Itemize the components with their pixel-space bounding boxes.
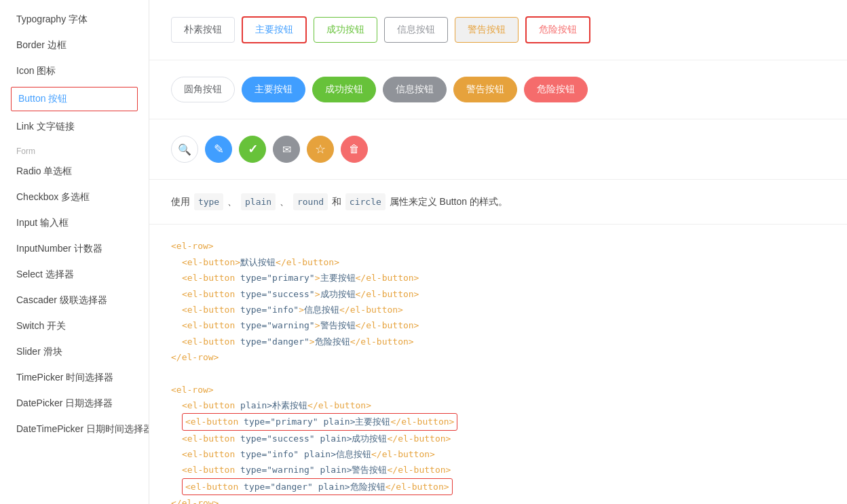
desc-sep1: 、 bbox=[227, 196, 237, 207]
btn-plain-primary[interactable]: 主要按钮 bbox=[242, 16, 307, 43]
button-row-3: 🔍 ✎ ✓ ✉ ☆ 🗑 bbox=[171, 136, 825, 163]
btn-round-default[interactable]: 圆角按钮 bbox=[171, 77, 235, 102]
code-b2-line-5: <el-button type="warning" plain>警告按钮</el… bbox=[171, 462, 825, 478]
demo-row-circle: 🔍 ✎ ✓ ✉ ☆ 🗑 bbox=[149, 119, 847, 180]
btn-plain-warning[interactable]: 警告按钮 bbox=[455, 17, 519, 43]
sidebar-item-select[interactable]: Select 选择器 bbox=[0, 262, 149, 288]
code-line-1: <el-button>默认按钮</el-button> bbox=[171, 254, 825, 270]
btn-circle-edit[interactable]: ✎ bbox=[205, 136, 232, 163]
description-section: 使用 type 、 plain 、 round 和 circle 属性来定义 B… bbox=[149, 180, 847, 225]
code-line-5: <el-button type="warning">警告按钮</el-butto… bbox=[171, 317, 825, 333]
badge-round: round bbox=[293, 193, 328, 210]
sidebar-item-input[interactable]: Input 输入框 bbox=[0, 210, 149, 236]
btn-round-success[interactable]: 成功按钮 bbox=[312, 77, 376, 102]
sidebar-item-cascader[interactable]: Cascader 级联选择器 bbox=[0, 288, 149, 313]
code-line-0: <el-row> bbox=[171, 238, 825, 254]
sidebar-item-radio[interactable]: Radio 单选框 bbox=[0, 159, 149, 185]
badge-type: type bbox=[194, 193, 223, 210]
sidebar-item-datepicker[interactable]: DatePicker 日期选择器 bbox=[0, 391, 149, 416]
btn-round-warning[interactable]: 警告按钮 bbox=[453, 77, 517, 102]
desc-text-after: 属性来定义 Button 的样式。 bbox=[390, 196, 508, 207]
form-section-label: Form bbox=[0, 140, 149, 159]
btn-circle-star[interactable]: ☆ bbox=[307, 136, 334, 163]
sidebar-item-timepicker[interactable]: TimePicker 时间选择器 bbox=[0, 365, 149, 391]
delete-icon: 🗑 bbox=[349, 143, 360, 155]
check-icon: ✓ bbox=[248, 142, 258, 157]
code-line-7: </el-row> bbox=[171, 349, 825, 365]
code-b2-line-6: <el-button type="danger" plain>危险按钮</el-… bbox=[171, 478, 825, 495]
sidebar: Typography 字体 Border 边框 Icon 图标 Button 按… bbox=[0, 0, 149, 504]
sidebar-item-icon[interactable]: Icon 图标 bbox=[0, 58, 149, 84]
sidebar-item-border[interactable]: Border 边框 bbox=[0, 33, 149, 58]
btn-circle-delete[interactable]: 🗑 bbox=[341, 136, 368, 163]
search-icon: 🔍 bbox=[178, 143, 191, 156]
btn-plain-default[interactable]: 朴素按钮 bbox=[171, 17, 235, 43]
sidebar-item-switch[interactable]: Switch 开关 bbox=[0, 313, 149, 339]
code-line-4: <el-button type="info">信息按钮</el-button> bbox=[171, 302, 825, 317]
code-line-2: <el-button type="primary">主要按钮</el-butto… bbox=[171, 270, 825, 286]
btn-plain-info[interactable]: 信息按钮 bbox=[384, 17, 448, 43]
btn-round-primary[interactable]: 主要按钮 bbox=[242, 77, 305, 102]
btn-round-danger[interactable]: 危险按钮 bbox=[524, 77, 588, 102]
demo-row-round: 圆角按钮 主要按钮 成功按钮 信息按钮 警告按钮 危险按钮 bbox=[149, 60, 847, 119]
code-block-2: <el-row> <el-button plain>朴素按钮</el-butto… bbox=[149, 379, 847, 504]
sidebar-item-typography[interactable]: Typography 字体 bbox=[0, 7, 149, 33]
sidebar-item-slider[interactable]: Slider 滑块 bbox=[0, 339, 149, 365]
code-b2-line-1: <el-button plain>朴素按钮</el-button> bbox=[171, 398, 825, 413]
code-block-1: <el-row> <el-button>默认按钮</el-button> <el… bbox=[149, 225, 847, 379]
sidebar-item-datetimepicker[interactable]: DateTimePicker 日期时间选择器 bbox=[0, 416, 149, 442]
button-row-1: 朴素按钮 主要按钮 成功按钮 信息按钮 警告按钮 危险按钮 bbox=[171, 16, 825, 43]
badge-circle: circle bbox=[345, 193, 385, 210]
code-line-6: <el-button type="danger">危险按钮</el-button… bbox=[171, 334, 825, 349]
sidebar-item-button[interactable]: Button 按钮 bbox=[11, 87, 138, 111]
btn-plain-success[interactable]: 成功按钮 bbox=[314, 17, 377, 43]
button-row-2: 圆角按钮 主要按钮 成功按钮 信息按钮 警告按钮 危险按钮 bbox=[171, 77, 825, 102]
sidebar-item-checkbox[interactable]: Checkbox 多选框 bbox=[0, 185, 149, 210]
btn-plain-danger[interactable]: 危险按钮 bbox=[525, 16, 590, 43]
code-b2-line-7: </el-row> bbox=[171, 495, 825, 504]
code-b2-line-0: <el-row> bbox=[171, 382, 825, 398]
code-b2-line-4: <el-button type="info" plain>信息按钮</el-bu… bbox=[171, 446, 825, 462]
edit-icon: ✎ bbox=[214, 142, 224, 157]
btn-circle-message[interactable]: ✉ bbox=[273, 136, 300, 163]
message-icon: ✉ bbox=[282, 143, 291, 156]
desc-text-middle: 和 bbox=[332, 196, 344, 207]
desc-text-before: 使用 bbox=[171, 196, 190, 207]
sidebar-item-inputnumber[interactable]: InputNumber 计数器 bbox=[0, 236, 149, 262]
desc-sep2: 、 bbox=[280, 196, 289, 207]
code-b2-line-2: <el-button type="primary" plain>主要按钮</el… bbox=[171, 413, 825, 430]
btn-round-info[interactable]: 信息按钮 bbox=[383, 77, 447, 102]
sidebar-item-link[interactable]: Link 文字链接 bbox=[0, 114, 149, 140]
star-icon: ☆ bbox=[315, 142, 326, 157]
main-content: 朴素按钮 主要按钮 成功按钮 信息按钮 警告按钮 危险按钮 圆角按钮 主要按钮 … bbox=[149, 0, 847, 504]
badge-plain: plain bbox=[241, 193, 276, 210]
code-line-3: <el-button type="success">成功按钮</el-butto… bbox=[171, 286, 825, 302]
demo-row-plain: 朴素按钮 主要按钮 成功按钮 信息按钮 警告按钮 危险按钮 bbox=[149, 0, 847, 60]
btn-circle-check[interactable]: ✓ bbox=[239, 136, 266, 163]
code-b2-line-3: <el-button type="success" plain>成功按钮</el… bbox=[171, 431, 825, 446]
btn-circle-search[interactable]: 🔍 bbox=[171, 136, 198, 163]
